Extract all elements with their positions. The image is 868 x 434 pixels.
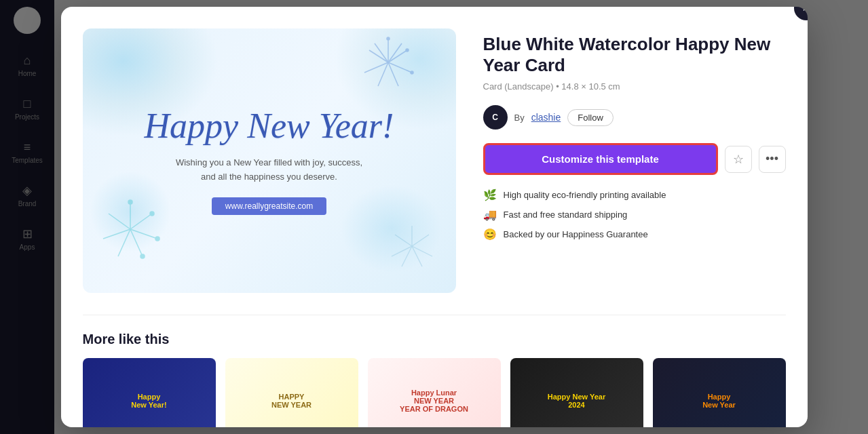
follow-button[interactable]: Follow — [567, 109, 614, 126]
modal-overlay: × — [0, 0, 868, 434]
thumbnail-4-label: Happy New Year2024 — [542, 387, 611, 414]
svg-line-25 — [412, 246, 432, 256]
features-list: 🌿 High quality eco-friendly printing ava… — [483, 189, 786, 241]
guarantee-icon: 😊 — [483, 228, 497, 241]
by-label: By — [514, 113, 525, 123]
shipping-icon: 🚚 — [483, 208, 497, 221]
thumbnail-5[interactable]: HappyNew Year — [653, 358, 786, 427]
template-title: Blue White Watercolor Happy New Year Car… — [483, 34, 786, 76]
info-panel: Blue White Watercolor Happy New Year Car… — [483, 28, 786, 293]
more-section: More like this HappyNew Year! HAPPYNEW Y… — [83, 315, 786, 427]
svg-line-8 — [375, 43, 388, 62]
modal-top-section: Happy New Year! Wishing you a New Year f… — [83, 28, 786, 293]
card-main-text: Happy New Year! — [145, 106, 394, 145]
firework-top-right — [361, 35, 415, 92]
thumbnail-3[interactable]: Happy LunarNEW YEARYEAR OF DRAGON — [368, 358, 501, 427]
more-title: More like this — [83, 332, 786, 347]
feature-printing: 🌿 High quality eco-friendly printing ava… — [483, 189, 786, 201]
firework-bottom-right — [388, 222, 436, 273]
svg-point-10 — [406, 49, 409, 52]
card-subtitle: Wishing you a New Year filled with joy, … — [145, 156, 394, 184]
svg-line-1 — [388, 50, 407, 62]
template-meta: Card (Landscape) • 14.8 × 10.5 cm — [483, 81, 786, 92]
thumbnails-row: HappyNew Year! HAPPYNEW YEAR Happy Lunar… — [83, 358, 786, 427]
feature-guarantee: 😊 Backed by our Happiness Guarantee — [483, 228, 786, 241]
author-avatar: C — [483, 105, 508, 130]
card-preview: Happy New Year! Wishing you a New Year f… — [83, 28, 456, 293]
feature-shipping-label: Fast and free standard shipping — [504, 210, 628, 220]
customize-template-button[interactable]: Customize this template — [483, 143, 718, 175]
feature-shipping: 🚚 Fast and free standard shipping — [483, 208, 786, 221]
thumbnail-3-label: Happy LunarNEW YEARYEAR OF DRAGON — [394, 383, 474, 418]
svg-line-29 — [395, 235, 412, 246]
svg-line-6 — [369, 50, 388, 62]
svg-point-9 — [387, 37, 390, 40]
svg-line-24 — [412, 235, 429, 246]
thumbnail-2-label: HAPPYNEW YEAR — [266, 387, 317, 414]
feature-guarantee-label: Backed by our Happiness Guarantee — [504, 229, 648, 239]
thumbnail-2[interactable]: HAPPYNEW YEAR — [225, 358, 358, 427]
favorite-button[interactable]: ☆ — [725, 146, 752, 173]
thumbnail-5-label: HappyNew Year — [697, 387, 741, 414]
svg-line-26 — [412, 246, 422, 267]
svg-point-22 — [140, 254, 145, 258]
printing-icon: 🌿 — [483, 189, 497, 201]
author-name-link[interactable]: clashie — [531, 112, 561, 123]
author-row: C By clashie Follow — [483, 105, 786, 130]
svg-line-28 — [392, 246, 412, 256]
svg-line-27 — [402, 246, 412, 267]
template-modal: × — [61, 7, 808, 427]
more-options-button[interactable]: ••• — [759, 146, 786, 173]
customize-row: Customize this template ☆ ••• — [483, 143, 786, 175]
svg-point-11 — [411, 71, 413, 74]
thumbnail-1-label: HappyNew Year! — [126, 387, 172, 414]
feature-printing-label: High quality eco-friendly printing avail… — [504, 190, 666, 200]
thumbnail-1[interactable]: HappyNew Year! — [83, 358, 216, 427]
thumbnail-4[interactable]: Happy New Year2024 — [510, 358, 643, 427]
modal-close-button[interactable]: × — [794, 7, 808, 20]
svg-point-21 — [155, 237, 159, 241]
card-url: www.reallygreatsite.com — [212, 197, 326, 215]
card-content: Happy New Year! Wishing you a New Year f… — [131, 93, 408, 229]
svg-line-18 — [109, 214, 130, 229]
svg-line-7 — [388, 43, 402, 62]
